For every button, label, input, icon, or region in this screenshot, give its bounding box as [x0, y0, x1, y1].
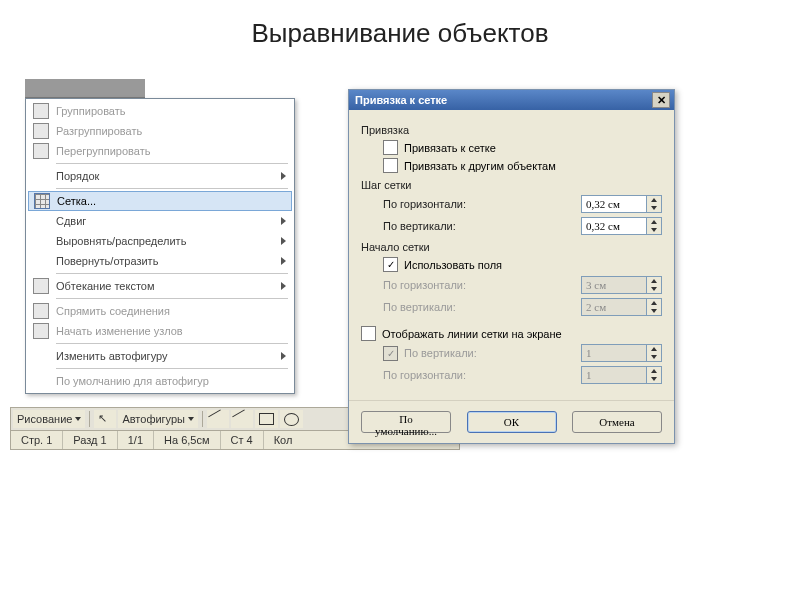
- toolbar-separator: [202, 411, 203, 427]
- origin-v-spinner: [581, 298, 662, 316]
- spin-up-icon: [647, 277, 661, 285]
- menu-label: Выровнять/распределить: [56, 235, 275, 247]
- spin-up-icon: [647, 345, 661, 353]
- menu-item-group: Группировать: [28, 101, 292, 121]
- submenu-arrow-icon: [281, 217, 286, 225]
- checkbox-use-margins[interactable]: Использовать поля: [383, 257, 662, 272]
- group-icon: [33, 103, 49, 119]
- status-line: Ст 4: [221, 431, 264, 449]
- checkbox-label: Привязать к другим объектам: [404, 160, 556, 172]
- submenu-arrow-icon: [281, 282, 286, 290]
- line-tool-button[interactable]: [207, 410, 229, 428]
- spin-down-icon: [647, 285, 661, 293]
- show-h-label: По горизонтали:: [383, 369, 581, 381]
- spin-up-icon[interactable]: [647, 196, 661, 204]
- menu-label: Сетка...: [57, 195, 285, 207]
- ellipse-tool-button[interactable]: [280, 410, 303, 428]
- menu-item-grid[interactable]: Сетка...: [28, 191, 292, 211]
- autoshapes-button[interactable]: Автофигуры: [118, 410, 198, 428]
- v-spacing-spinner[interactable]: [581, 217, 662, 235]
- submenu-arrow-icon: [281, 257, 286, 265]
- ruler-strip: [25, 79, 145, 98]
- menu-label: Группировать: [56, 105, 286, 117]
- v-spacing-input[interactable]: [581, 217, 646, 235]
- textwrap-icon: [33, 278, 49, 294]
- rectangle-icon: [259, 413, 274, 425]
- origin-h-label: По горизонтали:: [383, 279, 581, 291]
- menu-item-nudge[interactable]: Сдвиг: [28, 211, 292, 231]
- close-icon: ✕: [657, 95, 666, 106]
- select-tool-button[interactable]: ↖: [94, 410, 116, 428]
- checkbox-label: Использовать поля: [404, 259, 502, 271]
- menu-item-regroup: Перегруппировать: [28, 141, 292, 161]
- group-origin-title: Начало сетки: [361, 241, 662, 253]
- pointer-icon: ↖: [98, 412, 112, 426]
- h-spacing-input[interactable]: [581, 195, 646, 213]
- checkbox-show-gridlines[interactable]: Отображать линии сетки на экране: [361, 326, 662, 341]
- show-v-label: По вертикали:: [404, 347, 581, 359]
- close-button[interactable]: ✕: [652, 92, 670, 108]
- cancel-button[interactable]: Отмена: [572, 411, 662, 433]
- page-title: Выравнивание объектов: [0, 18, 800, 49]
- spin-up-icon: [647, 367, 661, 375]
- arrow-tool-button[interactable]: [231, 410, 253, 428]
- spin-up-icon[interactable]: [647, 218, 661, 226]
- dropdown-arrow-icon: [188, 417, 194, 421]
- show-v-input: [581, 344, 646, 362]
- v-spacing-label: По вертикали:: [383, 220, 581, 232]
- spin-down-icon: [647, 375, 661, 383]
- button-label: Автофигуры: [122, 413, 185, 425]
- menu-item-editnodes: Начать изменение узлов: [28, 321, 292, 341]
- show-v-spinner: [581, 344, 662, 362]
- spin-down-icon: [647, 307, 661, 315]
- spin-up-icon: [647, 299, 661, 307]
- checkbox-icon: [383, 257, 398, 272]
- checkbox-snap-to-grid[interactable]: Привязать к сетке: [383, 140, 662, 155]
- spin-down-icon[interactable]: [647, 226, 661, 234]
- rect-tool-button[interactable]: [255, 410, 278, 428]
- submenu-arrow-icon: [281, 237, 286, 245]
- ellipse-icon: [284, 413, 299, 426]
- show-h-input: [581, 366, 646, 384]
- h-spacing-label: По горизонтали:: [383, 198, 581, 210]
- dialog-titlebar[interactable]: Привязка к сетке ✕: [349, 90, 674, 110]
- menu-item-align[interactable]: Выровнять/распределить: [28, 231, 292, 251]
- default-button[interactable]: По умолчанию...: [361, 411, 451, 433]
- dialog-title: Привязка к сетке: [355, 94, 447, 106]
- menu-label: Разгруппировать: [56, 125, 286, 137]
- status-pages: 1/1: [118, 431, 154, 449]
- group-step-title: Шаг сетки: [361, 179, 662, 191]
- menu-label: Обтекание текстом: [56, 280, 275, 292]
- origin-v-label: По вертикали:: [383, 301, 581, 313]
- grid-icon: [34, 193, 50, 209]
- show-h-spinner: [581, 366, 662, 384]
- checkbox-icon: [383, 158, 398, 173]
- h-spacing-spinner[interactable]: [581, 195, 662, 213]
- context-menu-region: Группировать Разгруппировать Перегруппир…: [25, 79, 295, 394]
- checkbox-icon: [383, 140, 398, 155]
- menu-label: По умолчанию для автофигур: [56, 375, 286, 387]
- checkbox-show-vertical: По вертикали:: [383, 344, 662, 362]
- spin-down-icon[interactable]: [647, 204, 661, 212]
- menu-label: Перегруппировать: [56, 145, 286, 157]
- menu-item-ungroup: Разгруппировать: [28, 121, 292, 141]
- menu-item-textwrap[interactable]: Обтекание текстом: [28, 276, 292, 296]
- menu-item-default-autoshape: По умолчанию для автофигур: [28, 371, 292, 391]
- checkbox-snap-to-objects[interactable]: Привязать к другим объектам: [383, 158, 662, 173]
- straighten-icon: [33, 303, 49, 319]
- menu-separator: [56, 343, 288, 344]
- menu-label: Начать изменение узлов: [56, 325, 286, 337]
- ok-button[interactable]: ОК: [467, 411, 557, 433]
- menu-item-order[interactable]: Порядок: [28, 166, 292, 186]
- menu-item-change-autoshape[interactable]: Изменить автофигуру: [28, 346, 292, 366]
- menu-separator: [56, 298, 288, 299]
- line-icon: [208, 409, 228, 429]
- menu-separator: [56, 188, 288, 189]
- origin-h-spinner: [581, 276, 662, 294]
- menu-separator: [56, 368, 288, 369]
- menu-item-straighten: Спрямить соединения: [28, 301, 292, 321]
- status-page: Стр. 1: [11, 431, 63, 449]
- toolbar-separator: [89, 411, 90, 427]
- menu-item-rotate[interactable]: Повернуть/отразить: [28, 251, 292, 271]
- drawing-menu-button[interactable]: Рисование: [13, 410, 85, 428]
